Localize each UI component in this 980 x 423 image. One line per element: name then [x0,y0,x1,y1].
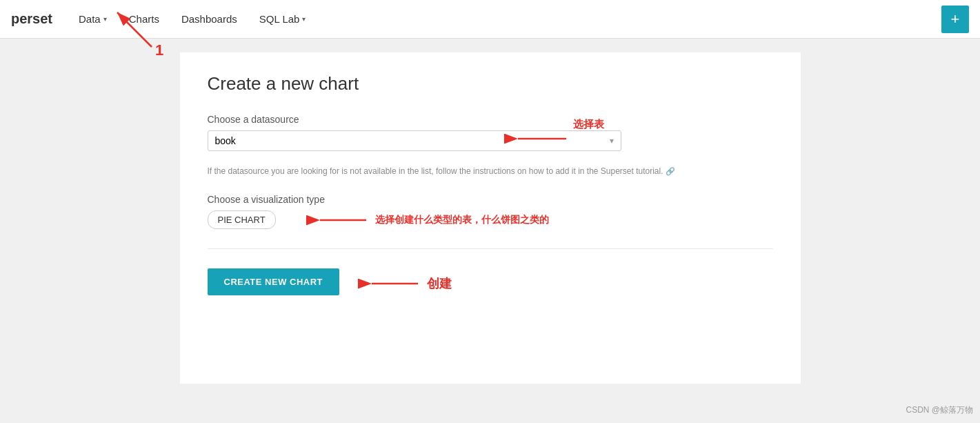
viz-type-label: Choose a visualization type [208,194,773,205]
sqllab-caret-icon: ▾ [302,15,306,23]
help-text: If the datasource you are looking for is… [208,165,773,177]
create-new-chart-button[interactable]: CREATE NEW CHART [208,268,340,295]
main-content: Create a new chart Choose a datasource b… [0,39,980,397]
create-section: CREATE NEW CHART 创建 [208,268,340,295]
nav-sqllab[interactable]: SQL Lab ▾ [250,0,316,38]
viz-hint-label: 选择创建什么类型的表，什么饼图之类的 [375,214,549,226]
nav-right: + [941,6,969,33]
create-annotation: 创建 [366,274,452,293]
viz-section: Choose a visualization type PIE CHART [208,194,773,229]
content-panel: Create a new chart Choose a datasource b… [180,52,801,384]
datasource-value: book [215,135,236,146]
nav-dashboards[interactable]: Dashboards [172,0,247,38]
help-text-content: If the datasource you are looking for is… [208,166,663,176]
brand-logo: perset [11,11,52,27]
divider [208,248,773,249]
viz-annotation: 选择创建什么类型的表，什么饼图之类的 [314,210,549,230]
create-hint-label: 创建 [427,275,452,292]
data-caret-icon: ▾ [103,15,107,23]
navbar: perset Data ▾ Charts Dashboards SQL Lab … [0,0,980,39]
page-wrapper: perset Data ▾ Charts Dashboards SQL Lab … [0,0,980,397]
nav-charts[interactable]: Charts [119,0,169,38]
datasource-label: Choose a datasource [208,114,773,125]
nav-items: Data ▾ Charts Dashboards SQL Lab ▾ [69,0,315,38]
nav-data[interactable]: Data ▾ [69,0,117,38]
viz-type-button[interactable]: PIE CHART [208,210,276,229]
datasource-section: Choose a datasource book ▾ [208,114,773,151]
page-title: Create a new chart [208,73,773,95]
datasource-caret-icon: ▾ [610,136,614,146]
add-button[interactable]: + [941,6,969,33]
external-link-icon: 🔗 [666,167,675,175]
csdn-footer: CSDN @鲸落万物 [906,404,973,416]
datasource-select[interactable]: book ▾ [208,130,621,151]
